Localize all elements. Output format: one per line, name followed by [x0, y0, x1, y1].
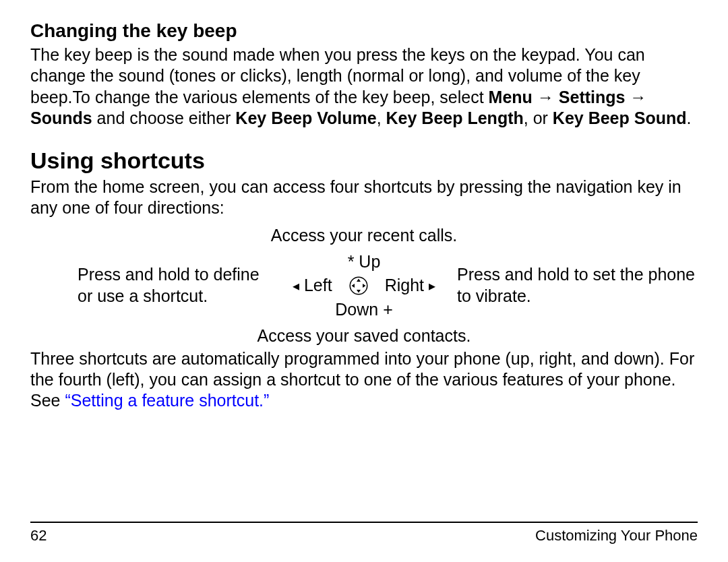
link-feature-shortcut[interactable]: “Setting a feature shortcut.”	[65, 391, 269, 410]
text: Right	[385, 276, 424, 294]
navkey-icon	[348, 276, 369, 296]
menu-path-2: Settings	[559, 88, 626, 106]
triangle-left-icon: ◂	[293, 278, 299, 293]
svg-marker-2	[357, 290, 361, 293]
nav-diagram: Press and hold to define or use a shortc…	[30, 252, 698, 319]
nav-center: * Up ◂ Left Right ▸ Down +	[293, 252, 435, 319]
page-footer: 62 Customizing Your Phone	[30, 522, 698, 544]
option-2: Key Beep Length	[386, 108, 524, 127]
heading-shortcuts: Using shortcuts	[30, 148, 698, 174]
text: Up	[359, 252, 380, 271]
plus-icon: +	[383, 300, 393, 319]
nav-right: Right ▸	[385, 276, 435, 295]
option-1: Key Beep Volume	[235, 108, 376, 127]
caption-down: Access your saved contacts.	[30, 326, 698, 346]
text: , or	[524, 108, 553, 127]
label-right: Press and hold to set the phone to vibra…	[457, 264, 698, 307]
menu-path-3: Sounds	[30, 108, 92, 127]
text: and choose either	[92, 108, 236, 127]
nav-down: Down +	[335, 300, 392, 319]
page-number: 62	[30, 527, 47, 544]
svg-marker-3	[351, 284, 355, 288]
text: Down	[335, 300, 378, 319]
caption-up: Access your recent calls.	[30, 226, 698, 245]
arrow-icon: →	[533, 88, 559, 106]
text: Left	[304, 276, 332, 294]
para-key-beep: The key beep is the sound made when you …	[30, 44, 698, 129]
heading-key-beep: Changing the key beep	[30, 20, 698, 42]
text: ,	[377, 108, 386, 127]
nav-up: * Up	[348, 252, 381, 272]
svg-marker-4	[363, 284, 366, 288]
nav-left: ◂ Left	[293, 276, 332, 295]
text: .	[687, 108, 692, 127]
option-3: Key Beep Sound	[553, 108, 687, 127]
footer-title: Customizing Your Phone	[535, 527, 698, 544]
label-left: Press and hold to define or use a shortc…	[30, 264, 271, 307]
para-shortcuts-details: Three shortcuts are automatically progra…	[30, 348, 698, 412]
svg-marker-1	[357, 278, 361, 282]
star-icon: *	[348, 252, 355, 271]
menu-path-1: Menu	[489, 88, 533, 106]
arrow-icon: →	[625, 88, 646, 106]
triangle-right-icon: ▸	[429, 278, 435, 293]
para-shortcuts-intro: From the home screen, you can access fou…	[30, 177, 698, 219]
